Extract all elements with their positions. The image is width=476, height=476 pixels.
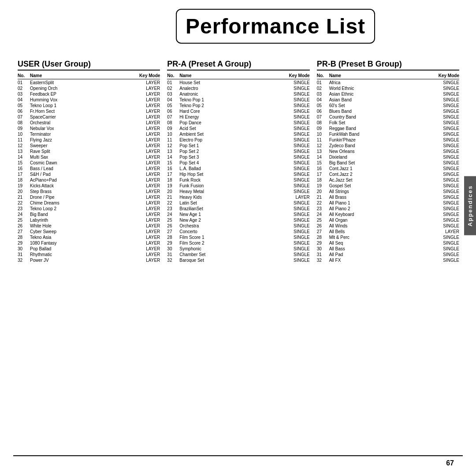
table-row: 27All BellsLAYER	[317, 229, 459, 234]
table-row: 17Hip Hop SetSINGLE	[167, 171, 309, 177]
table-row: 17Cont.Jazz 2SINGLE	[317, 171, 459, 177]
user-col-headers: No. Name Key Mode	[18, 72, 160, 79]
cell-keymode: SINGLE	[283, 126, 310, 131]
cell-keymode: LAYER	[134, 178, 160, 182]
prb-col-name: Name	[329, 73, 433, 78]
table-row: 18Ac.Jazz SetSINGLE	[317, 177, 459, 183]
table-row: 09Nebular VoxLAYER	[18, 126, 160, 131]
cell-name: Funk Fusion	[179, 183, 283, 188]
prb-col-keymode: Key Mode	[433, 73, 459, 78]
table-row: 291080 FantasyLAYER	[18, 240, 160, 246]
cell-name: Cont.Jazz 2	[329, 172, 433, 177]
table-row: 03AnatronicSINGLE	[167, 91, 309, 97]
cell-keymode: LAYER	[134, 86, 160, 91]
cell-keymode: SINGLE	[283, 92, 310, 97]
cell-keymode: SINGLE	[433, 212, 459, 217]
cell-name: Heavy Metal	[179, 189, 283, 194]
cell-keymode: LAYER	[134, 246, 160, 251]
cell-name: Pop Set 1	[179, 143, 283, 148]
cell-keymode: SINGLE	[283, 223, 310, 228]
table-row: 10TerminatorLAYER	[18, 131, 160, 137]
cell-keymode: SINGLE	[433, 120, 459, 125]
table-row: 25All OrganSINGLE	[317, 217, 459, 223]
cell-no: 09	[317, 126, 329, 131]
cell-name: Anatronic	[179, 92, 283, 97]
pra-col-no: No.	[167, 73, 179, 78]
table-row: 30All BassSINGLE	[317, 246, 459, 252]
cell-name: All Winds	[329, 223, 433, 228]
cell-name: Funkin'Phaze	[329, 138, 433, 142]
cell-no: 04	[317, 97, 329, 102]
cell-no: 24	[167, 212, 179, 217]
table-row: 21All BrassSINGLE	[317, 194, 459, 200]
prb-rows: 01AfricaSINGLE02World EthnicSINGLE03Asia…	[317, 80, 459, 263]
prb-col-no: No.	[317, 73, 329, 78]
cell-keymode: SINGLE	[433, 86, 459, 91]
cell-keymode: SINGLE	[283, 235, 310, 240]
cell-keymode: SINGLE	[283, 178, 310, 182]
cell-no: 22	[167, 201, 179, 205]
cell-name: Big Band	[30, 212, 134, 217]
cell-name: Chamber Set	[179, 252, 283, 257]
cell-name: Tekno Asia	[30, 235, 134, 240]
table-row: 01House SetSINGLE	[167, 80, 309, 86]
cell-keymode: SINGLE	[283, 160, 310, 165]
cell-keymode: SINGLE	[283, 229, 310, 234]
cell-keymode: LAYER	[134, 138, 160, 142]
cell-keymode: SINGLE	[283, 120, 310, 125]
cell-keymode: SINGLE	[283, 201, 310, 205]
cell-no: 04	[167, 97, 179, 102]
cell-name: Zydeco Band	[329, 143, 433, 148]
cell-keymode: SINGLE	[433, 126, 459, 131]
table-row: 20All StringsSINGLE	[317, 189, 459, 194]
appendices-tab: Appendices	[464, 176, 476, 235]
cell-no: 10	[18, 132, 30, 137]
cell-keymode: LAYER	[134, 126, 160, 131]
cell-keymode: SINGLE	[283, 218, 310, 223]
cell-no: 13	[18, 149, 30, 154]
table-row: 18AcPiano+PadLAYER	[18, 177, 160, 183]
table-row: 14Pop Set 3SINGLE	[167, 154, 309, 160]
table-row: 07Hi EnergySINGLE	[167, 114, 309, 120]
cell-no: 03	[18, 92, 30, 97]
table-row: 24All KeyboardSINGLE	[317, 212, 459, 217]
cell-no: 31	[18, 252, 30, 257]
cell-name: Power JV	[30, 258, 134, 263]
cell-keymode: SINGLE	[433, 103, 459, 108]
cell-no: 20	[317, 189, 329, 194]
cell-name: Hip Hop Set	[179, 172, 283, 177]
table-row: 31RhythmaticLAYER	[18, 252, 160, 257]
cell-no: 24	[317, 212, 329, 217]
cell-no: 27	[317, 229, 329, 234]
cell-keymode: SINGLE	[433, 155, 459, 160]
cell-name: Symphonic	[179, 246, 283, 251]
cell-name: Cyber Sweep	[30, 229, 134, 234]
table-row: 27ConcertoSINGLE	[167, 229, 309, 234]
table-row: 05Tekno Pop 2SINGLE	[167, 103, 309, 108]
cell-no: 20	[167, 189, 179, 194]
cell-keymode: SINGLE	[433, 258, 459, 263]
cell-keymode: LAYER	[134, 92, 160, 97]
cell-name: Orchestra	[179, 223, 283, 228]
cell-no: 30	[167, 246, 179, 251]
cell-name: Multi Sax	[30, 155, 134, 160]
cell-no: 22	[317, 201, 329, 205]
cell-keymode: SINGLE	[283, 166, 310, 171]
cell-no: 12	[167, 143, 179, 148]
cell-name: Big Band Set	[329, 160, 433, 165]
cell-keymode: LAYER	[134, 189, 160, 194]
table-row: 22All Piano 1SINGLE	[317, 200, 459, 206]
cell-keymode: SINGLE	[433, 223, 459, 228]
cell-name: House Set	[179, 80, 283, 85]
pra-group-title: PR-A (Preset A Group)	[167, 60, 309, 71]
table-row: 21Drone / PipeLAYER	[18, 194, 160, 200]
table-row: 20Heavy MetalSINGLE	[167, 189, 309, 194]
cell-keymode: LAYER	[134, 258, 160, 263]
cell-name: All Keyboard	[329, 212, 433, 217]
page-title: Performance List	[186, 15, 365, 38]
cell-name: New Age 1	[179, 212, 283, 217]
table-row: 04Humming VoxLAYER	[18, 97, 160, 103]
cell-name: Baroque Set	[179, 258, 283, 263]
cell-name: Folk Set	[329, 120, 433, 125]
cell-no: 16	[18, 166, 30, 171]
